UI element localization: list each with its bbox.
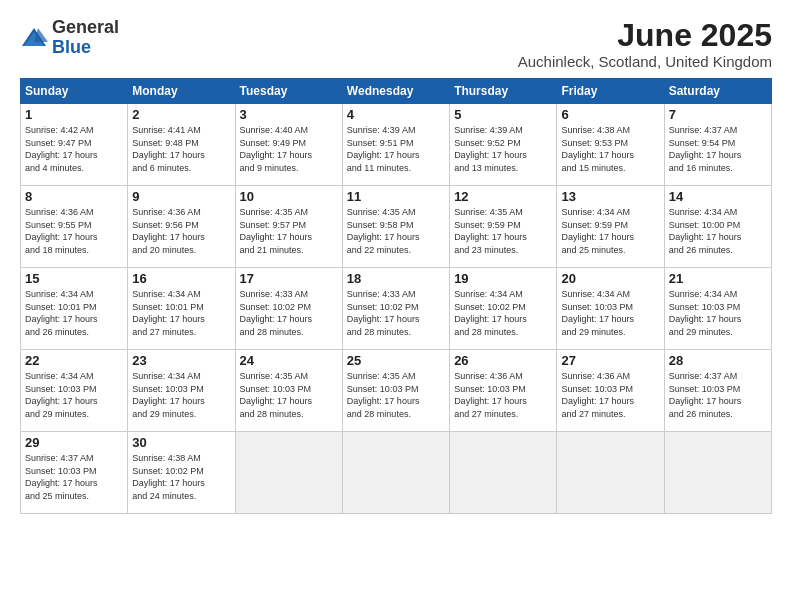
day-number: 7 (669, 107, 767, 122)
day-info: Sunrise: 4:33 AM Sunset: 10:02 PM Daylig… (240, 288, 338, 338)
day-info: Sunrise: 4:35 AM Sunset: 10:03 PM Daylig… (240, 370, 338, 420)
calendar-table: Sunday Monday Tuesday Wednesday Thursday… (20, 78, 772, 514)
title-block: June 2025 Auchinleck, Scotland, United K… (518, 18, 772, 70)
day-number: 16 (132, 271, 230, 286)
col-sunday: Sunday (21, 79, 128, 104)
day-number: 26 (454, 353, 552, 368)
calendar-week-row: 22Sunrise: 4:34 AM Sunset: 10:03 PM Dayl… (21, 350, 772, 432)
day-number: 9 (132, 189, 230, 204)
table-row (342, 432, 449, 514)
day-number: 4 (347, 107, 445, 122)
table-row (664, 432, 771, 514)
day-number: 15 (25, 271, 123, 286)
day-info: Sunrise: 4:36 AM Sunset: 9:55 PM Dayligh… (25, 206, 123, 256)
day-number: 11 (347, 189, 445, 204)
day-info: Sunrise: 4:36 AM Sunset: 10:03 PM Daylig… (454, 370, 552, 420)
col-tuesday: Tuesday (235, 79, 342, 104)
calendar-week-row: 1Sunrise: 4:42 AM Sunset: 9:47 PM Daylig… (21, 104, 772, 186)
table-row: 20Sunrise: 4:34 AM Sunset: 10:03 PM Dayl… (557, 268, 664, 350)
table-row: 7Sunrise: 4:37 AM Sunset: 9:54 PM Daylig… (664, 104, 771, 186)
table-row: 12Sunrise: 4:35 AM Sunset: 9:59 PM Dayli… (450, 186, 557, 268)
day-info: Sunrise: 4:35 AM Sunset: 9:57 PM Dayligh… (240, 206, 338, 256)
table-row: 30Sunrise: 4:38 AM Sunset: 10:02 PM Dayl… (128, 432, 235, 514)
day-number: 12 (454, 189, 552, 204)
day-number: 20 (561, 271, 659, 286)
table-row: 9Sunrise: 4:36 AM Sunset: 9:56 PM Daylig… (128, 186, 235, 268)
table-row: 8Sunrise: 4:36 AM Sunset: 9:55 PM Daylig… (21, 186, 128, 268)
table-row (557, 432, 664, 514)
table-row: 5Sunrise: 4:39 AM Sunset: 9:52 PM Daylig… (450, 104, 557, 186)
page-header: General Blue June 2025 Auchinleck, Scotl… (20, 18, 772, 70)
day-number: 23 (132, 353, 230, 368)
logo-blue-label: Blue (52, 38, 119, 58)
day-number: 2 (132, 107, 230, 122)
calendar-week-row: 8Sunrise: 4:36 AM Sunset: 9:55 PM Daylig… (21, 186, 772, 268)
table-row: 26Sunrise: 4:36 AM Sunset: 10:03 PM Dayl… (450, 350, 557, 432)
day-number: 5 (454, 107, 552, 122)
day-info: Sunrise: 4:37 AM Sunset: 10:03 PM Daylig… (669, 370, 767, 420)
day-info: Sunrise: 4:35 AM Sunset: 9:59 PM Dayligh… (454, 206, 552, 256)
col-wednesday: Wednesday (342, 79, 449, 104)
calendar-page: General Blue June 2025 Auchinleck, Scotl… (0, 0, 792, 612)
col-friday: Friday (557, 79, 664, 104)
table-row: 24Sunrise: 4:35 AM Sunset: 10:03 PM Dayl… (235, 350, 342, 432)
col-saturday: Saturday (664, 79, 771, 104)
month-title: June 2025 (518, 18, 772, 53)
table-row: 11Sunrise: 4:35 AM Sunset: 9:58 PM Dayli… (342, 186, 449, 268)
table-row: 22Sunrise: 4:34 AM Sunset: 10:03 PM Dayl… (21, 350, 128, 432)
day-info: Sunrise: 4:38 AM Sunset: 10:02 PM Daylig… (132, 452, 230, 502)
table-row: 27Sunrise: 4:36 AM Sunset: 10:03 PM Dayl… (557, 350, 664, 432)
table-row: 2Sunrise: 4:41 AM Sunset: 9:48 PM Daylig… (128, 104, 235, 186)
day-info: Sunrise: 4:34 AM Sunset: 10:03 PM Daylig… (132, 370, 230, 420)
table-row: 25Sunrise: 4:35 AM Sunset: 10:03 PM Dayl… (342, 350, 449, 432)
table-row: 17Sunrise: 4:33 AM Sunset: 10:02 PM Dayl… (235, 268, 342, 350)
table-row: 21Sunrise: 4:34 AM Sunset: 10:03 PM Dayl… (664, 268, 771, 350)
logo-text: General Blue (52, 18, 119, 58)
day-info: Sunrise: 4:34 AM Sunset: 10:01 PM Daylig… (25, 288, 123, 338)
day-info: Sunrise: 4:34 AM Sunset: 10:00 PM Daylig… (669, 206, 767, 256)
day-number: 24 (240, 353, 338, 368)
svg-marker-2 (34, 28, 48, 42)
day-number: 25 (347, 353, 445, 368)
location-label: Auchinleck, Scotland, United Kingdom (518, 53, 772, 70)
day-info: Sunrise: 4:34 AM Sunset: 10:02 PM Daylig… (454, 288, 552, 338)
day-info: Sunrise: 4:38 AM Sunset: 9:53 PM Dayligh… (561, 124, 659, 174)
day-info: Sunrise: 4:35 AM Sunset: 10:03 PM Daylig… (347, 370, 445, 420)
day-info: Sunrise: 4:34 AM Sunset: 10:03 PM Daylig… (669, 288, 767, 338)
day-info: Sunrise: 4:34 AM Sunset: 10:03 PM Daylig… (561, 288, 659, 338)
day-number: 13 (561, 189, 659, 204)
day-number: 19 (454, 271, 552, 286)
calendar-week-row: 15Sunrise: 4:34 AM Sunset: 10:01 PM Dayl… (21, 268, 772, 350)
day-info: Sunrise: 4:36 AM Sunset: 10:03 PM Daylig… (561, 370, 659, 420)
day-info: Sunrise: 4:34 AM Sunset: 10:03 PM Daylig… (25, 370, 123, 420)
day-number: 1 (25, 107, 123, 122)
day-info: Sunrise: 4:39 AM Sunset: 9:52 PM Dayligh… (454, 124, 552, 174)
day-info: Sunrise: 4:42 AM Sunset: 9:47 PM Dayligh… (25, 124, 123, 174)
day-info: Sunrise: 4:35 AM Sunset: 9:58 PM Dayligh… (347, 206, 445, 256)
day-info: Sunrise: 4:41 AM Sunset: 9:48 PM Dayligh… (132, 124, 230, 174)
table-row: 14Sunrise: 4:34 AM Sunset: 10:00 PM Dayl… (664, 186, 771, 268)
logo-general-label: General (52, 18, 119, 38)
day-number: 29 (25, 435, 123, 450)
table-row: 16Sunrise: 4:34 AM Sunset: 10:01 PM Dayl… (128, 268, 235, 350)
day-number: 28 (669, 353, 767, 368)
table-row: 1Sunrise: 4:42 AM Sunset: 9:47 PM Daylig… (21, 104, 128, 186)
day-info: Sunrise: 4:33 AM Sunset: 10:02 PM Daylig… (347, 288, 445, 338)
day-number: 3 (240, 107, 338, 122)
table-row: 3Sunrise: 4:40 AM Sunset: 9:49 PM Daylig… (235, 104, 342, 186)
logo: General Blue (20, 18, 119, 58)
calendar-header-row: Sunday Monday Tuesday Wednesday Thursday… (21, 79, 772, 104)
col-thursday: Thursday (450, 79, 557, 104)
day-info: Sunrise: 4:39 AM Sunset: 9:51 PM Dayligh… (347, 124, 445, 174)
table-row: 18Sunrise: 4:33 AM Sunset: 10:02 PM Dayl… (342, 268, 449, 350)
day-number: 14 (669, 189, 767, 204)
col-monday: Monday (128, 79, 235, 104)
calendar-week-row: 29Sunrise: 4:37 AM Sunset: 10:03 PM Dayl… (21, 432, 772, 514)
logo-icon (20, 24, 48, 52)
day-number: 22 (25, 353, 123, 368)
table-row: 28Sunrise: 4:37 AM Sunset: 10:03 PM Dayl… (664, 350, 771, 432)
table-row: 29Sunrise: 4:37 AM Sunset: 10:03 PM Dayl… (21, 432, 128, 514)
day-number: 10 (240, 189, 338, 204)
day-number: 21 (669, 271, 767, 286)
table-row: 15Sunrise: 4:34 AM Sunset: 10:01 PM Dayl… (21, 268, 128, 350)
